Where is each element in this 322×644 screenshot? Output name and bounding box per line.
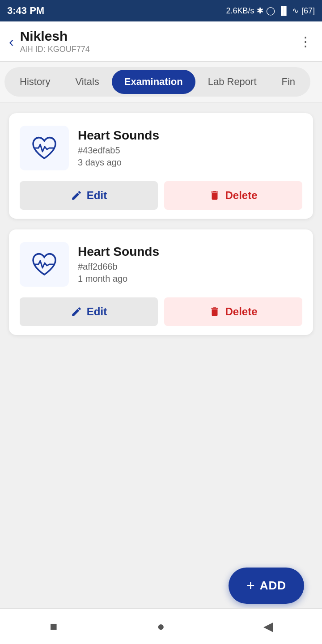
card-1-icon-box — [20, 126, 69, 170]
heart-sounds-icon-2 — [29, 249, 60, 280]
examination-card-2: Heart Sounds #aff2d66b 1 month ago Edit … — [9, 229, 313, 335]
card-2-icon-box — [20, 242, 69, 287]
signal-icon: ▐▌ — [278, 6, 289, 16]
heart-sounds-icon-1 — [29, 132, 60, 164]
patient-info: Niklesh AiH ID: KGOUF774 — [20, 29, 90, 54]
fab-plus-icon: + — [246, 577, 255, 594]
card-1-time: 3 days ago — [78, 157, 302, 168]
trash-icon-1 — [209, 190, 220, 201]
bottom-nav: ■ ● ◀ — [0, 608, 322, 644]
tab-examination[interactable]: Examination — [112, 70, 195, 94]
main-content: Heart Sounds #43edfab5 3 days ago Edit D… — [0, 102, 322, 505]
back-button[interactable]: ‹ — [9, 34, 14, 49]
card-1-text: Heart Sounds #43edfab5 3 days ago — [78, 128, 302, 168]
nav-circle-button[interactable]: ● — [148, 613, 174, 640]
trash-icon-2 — [209, 306, 220, 318]
tab-vitals[interactable]: Vitals — [63, 70, 111, 94]
card-2-info: Heart Sounds #aff2d66b 1 month ago — [20, 242, 302, 287]
status-icons: 2.6KB/s ✱ ◯ ▐▌ ∿ [67] — [226, 6, 315, 16]
card-1-delete-button[interactable]: Delete — [164, 181, 302, 210]
card-2-edit-button[interactable]: Edit — [20, 297, 158, 326]
header-left: ‹ Niklesh AiH ID: KGOUF774 — [9, 29, 90, 54]
tabs-container: History Vitals Examination Lab Report Fi… — [0, 62, 322, 102]
card-2-record-id: #aff2d66b — [78, 262, 302, 272]
menu-button[interactable]: ⋮ — [299, 34, 313, 49]
card-2-time: 1 month ago — [78, 274, 302, 284]
card-2-delete-button[interactable]: Delete — [164, 297, 302, 326]
patient-name: Niklesh — [20, 29, 90, 44]
tab-lab-report[interactable]: Lab Report — [195, 70, 269, 94]
tab-history[interactable]: History — [7, 70, 63, 94]
nav-back-button[interactable]: ◀ — [255, 613, 282, 640]
card-1-title: Heart Sounds — [78, 128, 302, 143]
edit-icon-1 — [71, 190, 82, 201]
patient-id: AiH ID: KGOUF774 — [20, 45, 90, 54]
card-2-actions: Edit Delete — [20, 297, 302, 326]
tabs-inner: History Vitals Examination Lab Report Fi… — [4, 67, 310, 97]
examination-card-1: Heart Sounds #43edfab5 3 days ago Edit D… — [9, 113, 313, 219]
header: ‹ Niklesh AiH ID: KGOUF774 ⋮ — [0, 21, 322, 62]
card-2-title: Heart Sounds — [78, 245, 302, 259]
status-bar: 3:43 PM 2.6KB/s ✱ ◯ ▐▌ ∿ [67] — [0, 0, 322, 21]
network-speed: 2.6KB/s — [226, 6, 254, 16]
card-1-edit-button[interactable]: Edit — [20, 181, 158, 210]
card-1-record-id: #43edfab5 — [78, 145, 302, 156]
card-1-actions: Edit Delete — [20, 181, 302, 210]
status-time: 3:43 PM — [7, 5, 44, 17]
battery-icon: [67] — [301, 6, 315, 16]
nav-square-button[interactable]: ■ — [40, 613, 67, 640]
wifi-icon: ∿ — [292, 6, 299, 16]
card-2-text: Heart Sounds #aff2d66b 1 month ago — [78, 245, 302, 284]
tab-fin[interactable]: Fin — [269, 70, 308, 94]
edit-icon-2 — [71, 306, 82, 318]
add-fab-button[interactable]: + ADD — [229, 568, 304, 604]
card-1-info: Heart Sounds #43edfab5 3 days ago — [20, 126, 302, 170]
alarm-icon: ◯ — [266, 6, 275, 16]
bluetooth-icon: ✱ — [257, 6, 263, 16]
fab-label: ADD — [260, 579, 286, 593]
